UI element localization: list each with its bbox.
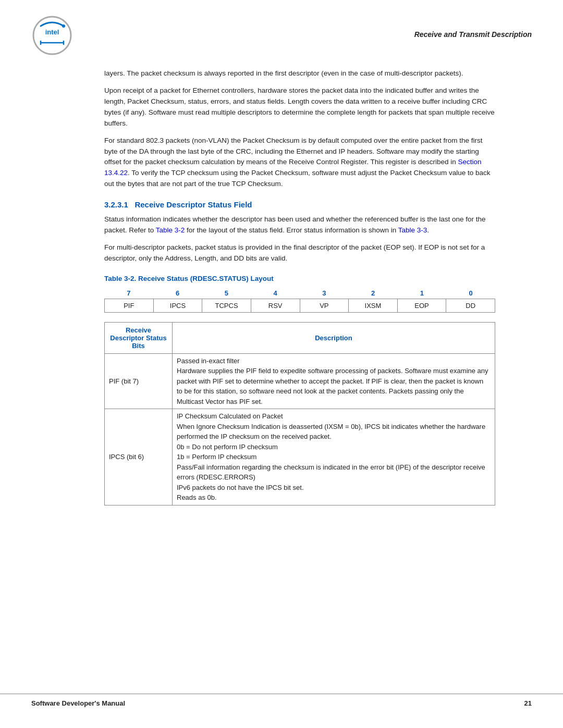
section-para-2: For multi-descriptor packets, packet sta… bbox=[104, 242, 495, 264]
table-32-link[interactable]: Table 3-2 bbox=[156, 226, 185, 234]
bit-0: 0 bbox=[446, 288, 495, 299]
field-pif: PIF bbox=[105, 299, 154, 312]
page: intel Receive and Transmit Description l… bbox=[0, 0, 563, 728]
para-2: Upon receipt of a packet for Ethernet co… bbox=[104, 85, 495, 129]
ipcs-desc-cell: IP Checksum Calculated on Packet When Ig… bbox=[173, 409, 495, 505]
field-dd: DD bbox=[446, 299, 495, 312]
bit-2: 2 bbox=[349, 288, 398, 299]
ipcs-bits-cell: IPCS (bit 6) bbox=[105, 409, 173, 505]
field-ipcs: IPCS bbox=[154, 299, 203, 312]
bit-1: 1 bbox=[398, 288, 447, 299]
field-eop: EOP bbox=[398, 299, 447, 312]
section-1322-link[interactable]: Section 13.4.22 bbox=[104, 158, 482, 177]
svg-point-2 bbox=[62, 24, 65, 28]
svg-text:intel: intel bbox=[45, 28, 59, 36]
field-vp: VP bbox=[300, 299, 349, 312]
footer-left: Software Developer's Manual bbox=[31, 699, 125, 707]
table-row: IPCS (bit 6) IP Checksum Calculated on P… bbox=[105, 409, 495, 505]
content: layers. The packet checksum is always re… bbox=[0, 63, 563, 526]
bit-table-wrapper: 7 6 5 4 3 2 1 0 PIF IPCS TCPCS RSV VP IX… bbox=[104, 288, 495, 313]
intel-logo: intel bbox=[31, 15, 73, 58]
bit-4: 4 bbox=[251, 288, 300, 299]
bit-fields-row: PIF IPCS TCPCS RSV VP IXSM EOP DD bbox=[104, 299, 495, 313]
field-rsv: RSV bbox=[251, 299, 300, 312]
section-number: 3.2.3.1 bbox=[104, 200, 128, 209]
para-3: For standard 802.3 packets (non-VLAN) th… bbox=[104, 135, 495, 190]
table-heading: Table 3-2. Receive Status (RDESC.STATUS)… bbox=[104, 275, 495, 282]
pif-bits-cell: PIF (bit 7) bbox=[105, 353, 173, 409]
bit-7: 7 bbox=[104, 288, 153, 299]
col-header-bits: ReceiveDescriptor StatusBits bbox=[105, 322, 173, 353]
para-1: layers. The packet checksum is always re… bbox=[104, 68, 495, 79]
bit-6: 6 bbox=[153, 288, 202, 299]
bit-3: 3 bbox=[300, 288, 349, 299]
header-title: Receive and Transmit Description bbox=[414, 30, 532, 39]
col-header-description: Description bbox=[173, 322, 495, 353]
footer-page: 21 bbox=[524, 699, 532, 707]
table-33-link[interactable]: Table 3-3 bbox=[398, 226, 427, 234]
header: intel Receive and Transmit Description bbox=[0, 0, 563, 63]
field-tcpcs: TCPCS bbox=[202, 299, 251, 312]
table-row: PIF (bit 7) Passed in-exact filter Hardw… bbox=[105, 353, 495, 409]
footer: Software Developer's Manual 21 bbox=[0, 694, 563, 712]
bit-5: 5 bbox=[202, 288, 251, 299]
pif-desc-cell: Passed in-exact filter Hardware supplies… bbox=[173, 353, 495, 409]
section-title: Receive Descriptor Status Field bbox=[134, 200, 252, 209]
section-heading: 3.2.3.1 Receive Descriptor Status Field bbox=[104, 200, 495, 209]
bit-numbers-row: 7 6 5 4 3 2 1 0 bbox=[104, 288, 495, 299]
field-ixsm: IXSM bbox=[349, 299, 398, 312]
status-table: ReceiveDescriptor StatusBits Description… bbox=[104, 322, 495, 505]
section-para-1: Status information indicates whether the… bbox=[104, 214, 495, 236]
